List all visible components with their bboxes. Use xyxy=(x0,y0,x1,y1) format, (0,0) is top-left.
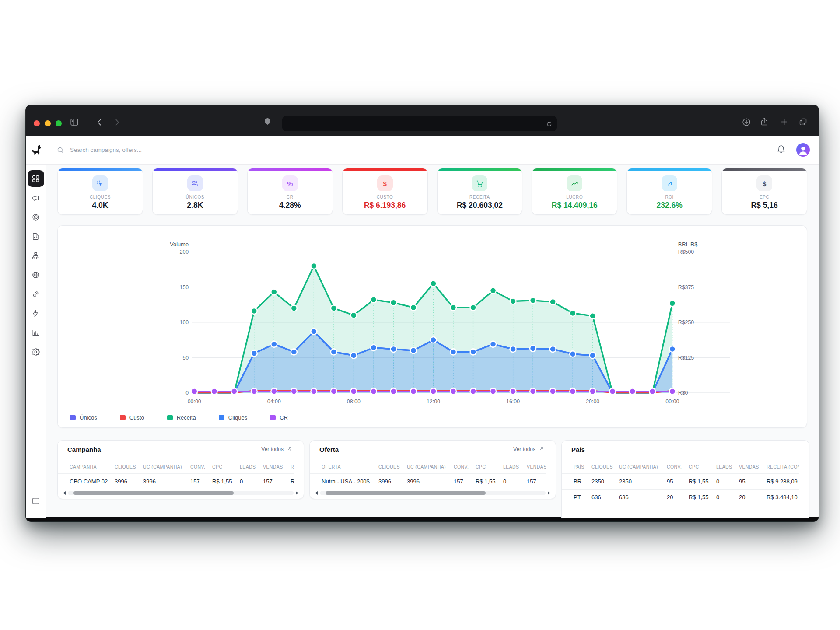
kpi-card-únicos[interactable]: ÚNICOS2.8K xyxy=(152,168,238,215)
traffic-light-zoom[interactable] xyxy=(56,120,62,126)
global-search xyxy=(56,146,211,154)
table-scroll-area[interactable]: PAÍSCLIQUESUC (CAMPANHA)CONV.CPCLEADSVEN… xyxy=(562,458,799,505)
sidebar-item-gear[interactable] xyxy=(26,342,46,361)
horizontal-scrollbar[interactable] xyxy=(58,489,304,499)
sidebar-item-sitemap[interactable] xyxy=(26,246,46,265)
percent-icon: % xyxy=(287,180,293,187)
sidebar-item-globe[interactable] xyxy=(26,265,46,284)
kpi-value: R$ 5,16 xyxy=(751,201,777,210)
bars-icon xyxy=(32,329,40,337)
search-icon xyxy=(56,146,64,154)
sidebar-item-dashboard[interactable] xyxy=(26,169,46,188)
tab-overview-button[interactable] xyxy=(798,117,808,126)
traffic-light-close[interactable] xyxy=(34,120,40,126)
svg-text:00:00: 00:00 xyxy=(665,399,679,405)
dashboard-icon xyxy=(32,175,40,183)
sidebar-item-megaphone[interactable] xyxy=(26,188,46,207)
kpi-label: EPC xyxy=(760,195,769,200)
user-avatar[interactable] xyxy=(796,143,810,157)
table-card-campanha: CampanhaVer todosCAMPANHACLIQUESUC (CAMP… xyxy=(57,440,304,499)
table-cell: 3996 xyxy=(115,474,143,489)
table-row[interactable]: PT63663620R$ 1,55020R$ 3.484,10 xyxy=(562,489,799,505)
downloads-button[interactable] xyxy=(742,117,751,127)
chart-card: 0R$050R$125100R$250150R$375200R$500Volum… xyxy=(57,225,807,428)
column-header: LEADS xyxy=(240,458,263,473)
kpi-card-epc[interactable]: $EPCR$ 5,16 xyxy=(721,168,807,215)
column-header: LEADS xyxy=(716,458,739,473)
column-header: PAÍS xyxy=(574,458,592,473)
legend-item-únicos[interactable]: Únicos xyxy=(70,414,97,421)
user-icon xyxy=(796,143,810,157)
traffic-light-minimize[interactable] xyxy=(45,120,51,126)
column-header: CAMPANHA xyxy=(70,458,115,473)
kpi-card-roi[interactable]: ROI232.6% xyxy=(626,168,712,215)
legend-item-cliques[interactable]: Cliques xyxy=(219,414,247,421)
legend-item-receita[interactable]: Receita xyxy=(167,414,196,421)
scroll-left-arrow[interactable] xyxy=(63,491,66,495)
scrollbar-track[interactable] xyxy=(320,491,546,495)
kpi-card-cr[interactable]: %CR4.28% xyxy=(247,168,333,215)
plus-icon xyxy=(780,117,789,126)
column-header: LEADS xyxy=(503,458,527,473)
dog-logo-icon xyxy=(30,144,42,156)
column-header: CONV. xyxy=(454,458,476,473)
notifications-button[interactable] xyxy=(777,145,786,155)
reload-icon[interactable] xyxy=(546,120,553,127)
table-cell: 2350 xyxy=(619,474,667,489)
sidebar-item-filecode[interactable] xyxy=(26,227,46,246)
filecode-icon xyxy=(32,232,40,241)
sidebar-item-bars[interactable] xyxy=(26,323,46,342)
scrollbar-thumb[interactable] xyxy=(74,491,234,495)
kpi-icon-chip xyxy=(92,175,108,191)
privacy-shield-icon[interactable] xyxy=(263,117,272,126)
new-tab-button[interactable] xyxy=(780,117,789,126)
ver-todos-link[interactable]: Ver todos xyxy=(259,446,294,453)
dollar-icon: $ xyxy=(383,180,386,187)
kpi-icon-chip xyxy=(187,175,203,191)
column-header: VENDAS xyxy=(263,458,290,473)
scrollbar-thumb[interactable] xyxy=(326,491,486,495)
sidebar xyxy=(26,164,46,518)
address-bar[interactable] xyxy=(282,116,557,131)
table-row[interactable]: Nutra - USA - 200$39963996157R$ 1,550157… xyxy=(310,473,546,489)
sidebar-item-zap[interactable] xyxy=(26,304,46,323)
svg-text:R$125: R$125 xyxy=(678,355,694,361)
ver-todos-link[interactable]: Ver todos xyxy=(511,446,546,453)
kpi-card-custo[interactable]: $CUSTOR$ 6.193,86 xyxy=(342,168,428,215)
legend-item-custo[interactable]: Custo xyxy=(120,414,144,421)
svg-text:R$0: R$0 xyxy=(678,390,688,396)
scroll-right-arrow[interactable] xyxy=(548,491,550,495)
svg-text:50: 50 xyxy=(182,355,189,361)
scroll-left-arrow[interactable] xyxy=(315,491,318,495)
horizontal-scrollbar[interactable] xyxy=(310,489,556,499)
browser-sidebar-toggle-button[interactable] xyxy=(70,117,79,127)
search-input[interactable] xyxy=(69,146,211,154)
table-scroll-area[interactable]: CAMPANHACLIQUESUC (CAMPANHA)CONV.CPCLEAD… xyxy=(58,458,294,489)
svg-text:08:00: 08:00 xyxy=(347,399,360,405)
legend-swatch xyxy=(167,415,173,420)
svg-text:100: 100 xyxy=(180,319,189,326)
kpi-card-lucro[interactable]: LUCROR$ 14.409,16 xyxy=(532,168,617,215)
legend-item-cr[interactable]: CR xyxy=(270,414,288,421)
trend-icon xyxy=(571,180,578,187)
share-button[interactable] xyxy=(760,117,769,126)
svg-text:R$250: R$250 xyxy=(678,319,694,326)
table-scroll-area[interactable]: OFERTACLIQUESUC (CAMPANHA)CONV.CPCLEADSV… xyxy=(310,458,546,489)
sidebar-item-target[interactable] xyxy=(26,207,46,227)
sidebar-collapse-button[interactable] xyxy=(26,491,46,518)
table-row[interactable]: BR2350235095R$ 1,55095R$ 9.288,09 xyxy=(562,473,799,489)
svg-text:Volume: Volume xyxy=(170,241,189,248)
scroll-right-arrow[interactable] xyxy=(296,491,298,495)
table-row[interactable]: CBO CAMP 0239963996157R$ 1,550157R$ 20.6… xyxy=(58,473,294,489)
back-button[interactable] xyxy=(95,118,104,127)
svg-text:200: 200 xyxy=(180,249,189,255)
kpi-value: R$ 20.603,02 xyxy=(457,201,503,210)
sidebar-item-link[interactable] xyxy=(26,284,46,304)
kpi-card-receita[interactable]: RECEITAR$ 20.603,02 xyxy=(437,168,523,215)
kpi-card-cliques[interactable]: CLIQUES4.0K xyxy=(57,168,143,215)
scrollbar-track[interactable] xyxy=(68,491,294,495)
table-cell: 157 xyxy=(454,474,476,489)
app-logo[interactable] xyxy=(26,144,46,156)
bell-icon xyxy=(777,145,786,154)
forward-button[interactable] xyxy=(112,118,122,127)
